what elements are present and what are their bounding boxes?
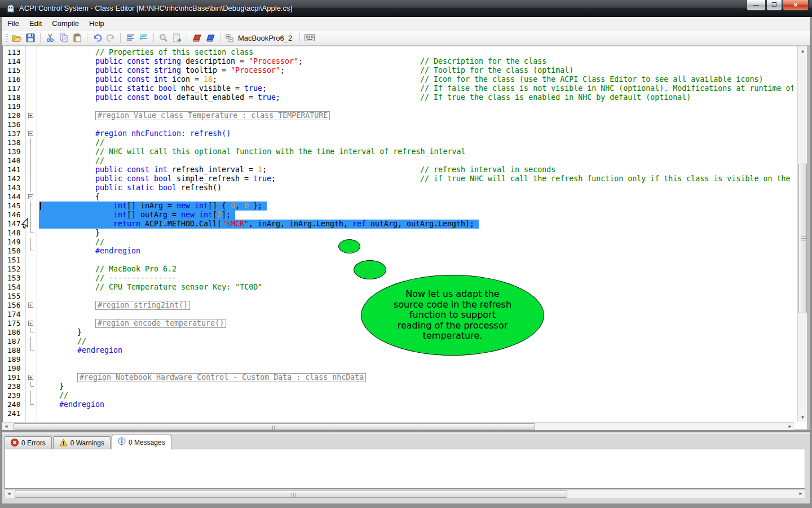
code-line-145[interactable]: 145int[] inArg = new int[] { 0, 0 }; [3,202,793,211]
menu-compile[interactable]: Compile [47,17,84,29]
fold-expand-icon[interactable]: + [28,113,33,118]
editor-vertical-scrollbar[interactable]: ▲ ▼ [797,46,807,422]
code-line-114[interactable]: 114public const string description = "Pr… [3,57,793,66]
code-line-117[interactable]: 117public static bool nhc_visible = true… [3,84,793,93]
code-line-116[interactable]: 116public const int icon = 18;// Icon fo… [3,75,793,84]
code-token: // [59,391,68,400]
tab-warnings[interactable]: 0 Warnings [53,436,111,449]
scroll-left-arrow[interactable]: ◄ [2,423,10,431]
code-line-141[interactable]: 141public const int refresh_interval = 1… [3,165,793,174]
code-token: // Tooltip for the class (optimal) [420,66,573,75]
book-red-icon[interactable] [190,32,204,45]
collapsed-region-box[interactable]: #region string2int() [95,301,190,310]
outdent-list-icon[interactable] [137,32,151,45]
scroll-left-arrow[interactable]: ◄ [5,490,13,498]
copy-icon[interactable] [57,32,70,45]
fold-end-corner [30,229,34,233]
horizontal-scroll-thumb[interactable] [15,491,567,498]
code-line-239[interactable]: 239// [3,391,793,400]
code-line-120[interactable]: 120+#region Value class Temperature : cl… [3,111,793,120]
messages-horizontal-scrollbar[interactable]: ◄ ► [5,489,805,499]
horizontal-scroll-thumb[interactable] [14,423,535,430]
search-icon[interactable] [157,32,170,45]
fold-expand-icon[interactable]: + [28,375,33,380]
scroll-right-arrow[interactable]: ► [797,490,805,498]
book-blue-icon[interactable] [204,32,217,45]
open-icon[interactable] [10,32,24,45]
indent-list-icon[interactable] [123,32,137,45]
line-number: 174 [7,310,20,319]
menu-edit[interactable]: Edit [24,17,47,29]
code-line-191[interactable]: 191+#region Notebook Hardware Control - … [3,373,793,382]
toolbar-grip [6,33,8,43]
code-line-113[interactable]: 113// Properties of this section class [3,48,793,57]
tab-messages[interactable]: 0 Messages [112,435,171,449]
collapsed-region-box[interactable]: #region Notebook Hardware Control - Cust… [77,373,366,382]
keyboard-icon[interactable] [303,32,316,45]
device-tree-icon[interactable] [223,32,237,45]
redo-icon[interactable] [104,32,117,45]
editor-horizontal-scrollbar[interactable]: ◄ ► [2,422,794,430]
code-token: refresh() [176,183,222,192]
tab-errors[interactable]: 0 Errors [5,436,52,449]
code-line-115[interactable]: 115public const string tooltip = "Proces… [3,66,793,75]
restore-button[interactable]: ❐ [766,0,782,11]
code-line-151[interactable]: 151 [3,256,793,265]
fold-expand-icon[interactable]: + [28,321,33,326]
code-token: public const string [95,66,181,75]
code-line-189[interactable]: 189 [3,355,793,364]
code-line-150[interactable]: 150#endregion [3,247,793,256]
code-token: public static bool [95,84,176,93]
code-line-140[interactable]: 140// [3,156,793,165]
fold-expand-icon[interactable]: + [28,303,33,308]
code-line-144[interactable]: 144−{ [3,192,793,202]
code-editor[interactable]: 113// Properties of this section class11… [2,46,810,430]
save-icon[interactable] [24,32,37,45]
code-line-240[interactable]: 240#endregion [3,400,793,409]
minimize-button[interactable]: — [747,0,766,11]
code-token: [] { [208,202,231,211]
scroll-down-arrow[interactable]: ▼ [798,413,807,422]
code-line-142[interactable]: 142public const bool simple_refresh = tr… [3,174,793,183]
fold-collapse-icon[interactable]: − [28,194,33,199]
scroll-right-arrow[interactable]: ► [786,423,794,431]
goto-page-icon[interactable] [170,32,184,45]
toolbar-separator [220,33,220,43]
line-number: 189 [7,355,20,364]
line-number: 142 [7,174,20,183]
code-line-241[interactable]: 241 [3,409,793,418]
menu-help[interactable]: Help [84,17,109,29]
vertical-scroll-thumb[interactable] [798,164,807,313]
code-line-152[interactable]: 152// MacBook Pro 6.2 [3,265,793,274]
code-line-148[interactable]: 148} [3,229,793,238]
code-token: // CPU Temperature sensor Key: "TC0D" [95,283,262,292]
menu-bar: File Edit Compile Help [2,17,810,30]
code-line-118[interactable]: 118public const bool default_enabled = t… [3,93,793,102]
code-line-143[interactable]: 143public static bool refresh() [3,183,793,192]
undo-icon[interactable] [90,32,104,45]
code-line-149[interactable]: 149// [3,238,793,247]
code-line-136[interactable]: 136 [3,120,793,129]
scroll-up-arrow[interactable]: ▲ [798,46,807,56]
code-line-119[interactable]: 119 [3,102,793,111]
code-line-153[interactable]: 153// --------------- [3,274,793,283]
code-token: int [195,202,208,211]
code-line-238[interactable]: 238} [3,382,793,391]
device-name-label[interactable]: MacBookPro6_2 [238,34,292,42]
code-line-146[interactable]: 146int[] outArg = new int[2]; [3,211,793,220]
code-line-137[interactable]: 137−#region nhcFunction: refresh() [3,129,793,138]
code-line-147[interactable]: 147return ACPI.METHOD.Call("SMCR", inArg… [3,220,793,229]
code-line-139[interactable]: 139// NHC will call this optional functi… [3,147,793,156]
code-token: public const int [95,165,167,174]
fold-collapse-icon[interactable]: − [28,131,33,136]
close-button[interactable]: ✕ [783,0,809,11]
error-icon [11,439,19,448]
collapsed-region-box[interactable]: #region encode temperature() [95,319,226,328]
code-area[interactable]: 113// Properties of this section class11… [3,48,793,421]
collapsed-region-box[interactable]: #region Value class Temperature : class … [95,111,330,120]
menu-file[interactable]: File [2,17,24,29]
cut-icon[interactable] [43,32,57,45]
paste-icon[interactable] [70,32,84,45]
code-line-190[interactable]: 190 [3,364,793,373]
code-line-138[interactable]: 138// [3,138,793,147]
